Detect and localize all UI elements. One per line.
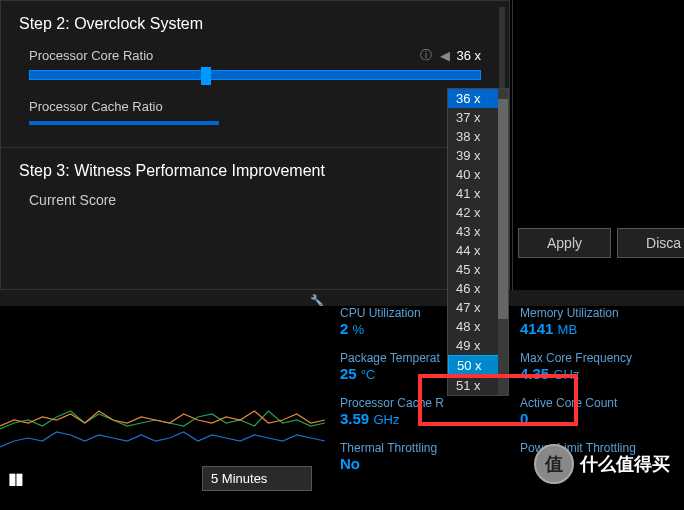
step2-title: Step 2: Overclock System <box>1 1 509 41</box>
stat-label: Active Core Count <box>520 396 670 410</box>
spinner-left-arrow[interactable]: ◀ <box>440 48 450 63</box>
watermark: 值 什么值得买 <box>534 444 670 484</box>
cache-ratio-row: Processor Cache Ratio ⓘ <box>1 92 509 137</box>
apply-button[interactable]: Apply <box>518 228 611 258</box>
playback-controls: ▮▮ 5 Minutes <box>8 466 312 491</box>
step3-section: Step 3: Witness Performance Improvement … <box>1 147 509 222</box>
stat-value: No <box>340 455 490 472</box>
stat-value: 4141 MB <box>520 320 670 337</box>
stat-label: Processor Cache R <box>340 396 490 410</box>
dropdown-scrollbar[interactable] <box>498 89 508 395</box>
core-ratio-label-row: Processor Core Ratio ⓘ ◀ 36 x <box>29 47 481 64</box>
metrics-chart <box>0 306 325 456</box>
core-ratio-slider-thumb[interactable] <box>201 67 211 85</box>
watermark-badge: 值 <box>534 444 574 484</box>
core-ratio-label: Processor Core Ratio <box>29 48 153 63</box>
time-range-select[interactable]: 5 Minutes <box>202 466 312 491</box>
stat-block: Max Core Frequency4.35 GHz <box>520 351 670 382</box>
stat-block: Active Core Count0 <box>520 396 670 427</box>
current-score-label: Current Score <box>1 188 509 222</box>
info-icon[interactable]: ⓘ <box>420 47 432 64</box>
tools-bar: 🔧 <box>0 290 684 306</box>
stat-block: Processor Cache R3.59 GHz <box>340 396 490 427</box>
cache-ratio-slider[interactable] <box>29 121 219 125</box>
stat-label: Memory Utilization <box>520 306 670 320</box>
ratio-dropdown[interactable]: ▲ 36 x37 x38 x39 x40 x41 x42 x43 x44 x45… <box>447 88 509 396</box>
stat-value: 0 <box>520 410 670 427</box>
graph-area <box>0 306 325 466</box>
stat-block: Thermal ThrottlingNo <box>340 441 490 472</box>
cache-ratio-label: Processor Cache Ratio <box>29 99 163 114</box>
pause-button[interactable]: ▮▮ <box>8 469 22 488</box>
step2-panel: Step 2: Overclock System Processor Core … <box>0 0 510 290</box>
cache-ratio-label-row: Processor Cache Ratio ⓘ <box>29 98 481 115</box>
core-ratio-row: Processor Core Ratio ⓘ ◀ 36 x <box>1 41 509 92</box>
button-row: Apply Disca <box>518 228 684 258</box>
wrench-icon[interactable]: 🔧 <box>310 294 324 306</box>
dropdown-scroll-thumb[interactable] <box>498 99 508 319</box>
core-ratio-slider[interactable] <box>29 70 481 80</box>
stat-value: 3.59 GHz <box>340 410 490 427</box>
stat-block: Memory Utilization4141 MB <box>520 306 670 337</box>
stat-label: Max Core Frequency <box>520 351 670 365</box>
stat-value: 4.35 GHz <box>520 365 670 382</box>
discard-button[interactable]: Disca <box>617 228 684 258</box>
watermark-text: 什么值得买 <box>580 452 670 476</box>
core-ratio-value[interactable]: 36 x <box>456 48 481 63</box>
stat-label: Thermal Throttling <box>340 441 490 455</box>
step3-title: Step 3: Witness Performance Improvement <box>1 148 509 188</box>
